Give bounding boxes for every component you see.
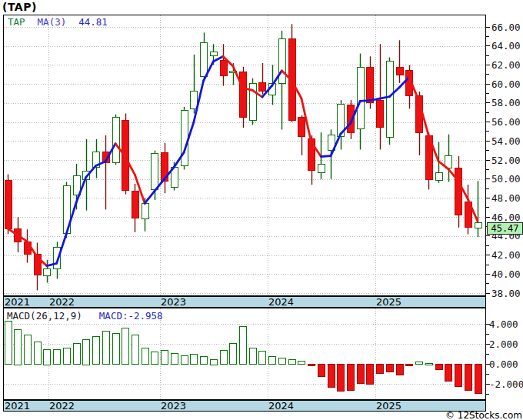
- svg-text:60.00: 60.00: [491, 78, 521, 90]
- ma-label: MA(3): [38, 16, 67, 28]
- svg-text:58.00: 58.00: [491, 97, 521, 108]
- price-legend: TAPMA(3)44.81: [8, 16, 108, 28]
- svg-text:40.00: 40.00: [491, 268, 521, 280]
- svg-text:2023: 2023: [161, 296, 186, 308]
- svg-text:2.000: 2.000: [489, 338, 518, 350]
- symbol-label: TAP: [8, 16, 25, 28]
- svg-text:48.00: 48.00: [491, 192, 521, 204]
- svg-text:62.00: 62.00: [491, 59, 521, 71]
- svg-text:66.00: 66.00: [491, 22, 521, 33]
- svg-text:50.00: 50.00: [491, 173, 521, 185]
- svg-text:52.00: 52.00: [491, 155, 521, 166]
- macd-legend: MACD(26,12,9)MACD:-2.958: [7, 310, 163, 322]
- svg-text:2022: 2022: [49, 400, 75, 412]
- svg-text:2023: 2023: [161, 400, 186, 412]
- svg-text:2025: 2025: [376, 296, 401, 308]
- stock-chart-window: (TAP) 2021202220232024202520212022202320…: [0, 0, 523, 420]
- svg-text:4.000: 4.000: [489, 318, 518, 330]
- candlestick-macd-chart: 2021202220232024202520212022202320242025…: [0, 0, 523, 420]
- svg-text:64.00: 64.00: [491, 40, 521, 52]
- svg-text:2025: 2025: [376, 400, 401, 412]
- watermark-label: © 12Stocks.com: [445, 410, 522, 420]
- svg-text:38.00: 38.00: [491, 288, 521, 299]
- svg-text:46.00: 46.00: [491, 212, 521, 223]
- svg-text:42.00: 42.00: [491, 249, 521, 261]
- macd-params-label: MACD(26,12,9): [7, 310, 82, 322]
- ma-value: 44.81: [78, 16, 108, 28]
- svg-text:2022: 2022: [49, 296, 75, 308]
- svg-text:-2.000: -2.000: [489, 378, 523, 390]
- svg-text:2024: 2024: [268, 296, 294, 308]
- svg-text:54.00: 54.00: [491, 135, 521, 147]
- svg-text:2021: 2021: [5, 400, 30, 412]
- svg-text:56.00: 56.00: [491, 116, 521, 128]
- last-price-label: 45.47: [487, 222, 523, 235]
- svg-text:0.000: 0.000: [489, 358, 518, 370]
- svg-text:2021: 2021: [5, 296, 30, 308]
- macd-value-label: MACD:-2.958: [99, 310, 163, 322]
- svg-text:2024: 2024: [268, 400, 294, 412]
